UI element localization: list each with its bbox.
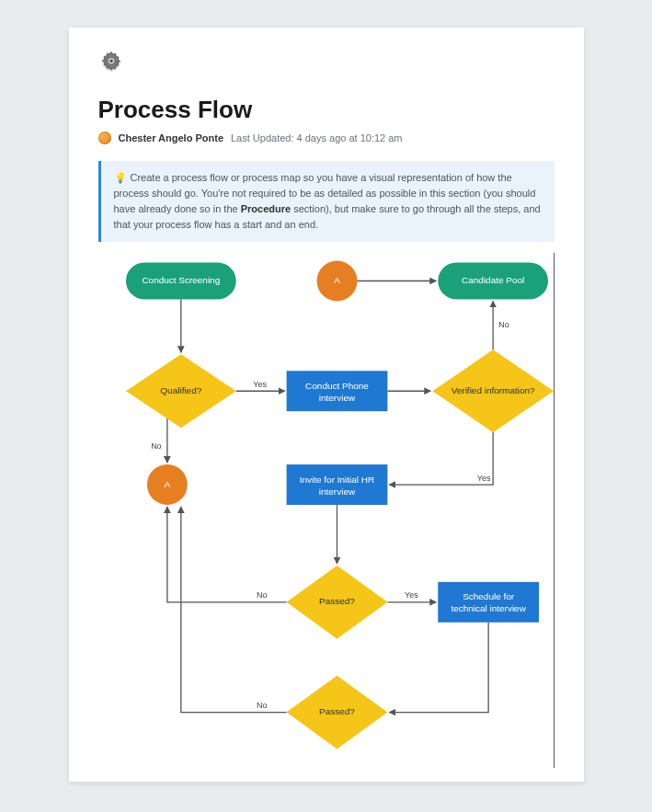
node-schedule-tech-label2: technical interview [451, 604, 526, 614]
node-passed2-label: Passed? [319, 706, 355, 716]
edge-passed2-no [180, 507, 286, 713]
node-invite-hr [286, 464, 387, 505]
callout-box: 💡Create a process flow or process map so… [98, 161, 555, 242]
node-connector-a-top-label: A [334, 275, 340, 285]
page-title: Process Flow [98, 96, 555, 124]
svg-point-1 [109, 60, 112, 63]
page-canvas: Process Flow Chester Angelo Ponte Last U… [0, 0, 652, 812]
edge-qualified-yes-label: Yes [253, 380, 267, 389]
node-conduct-screening-label: Conduct Screening [142, 275, 220, 285]
edge-passed1-no [166, 507, 286, 602]
node-passed1-label: Passed? [319, 597, 355, 607]
node-invite-hr-label2: interview [318, 486, 355, 497]
edge-schedule-to-passed2 [389, 623, 488, 713]
node-conduct-phone-label2: interview [318, 393, 355, 403]
node-qualified-label: Qualified? [160, 385, 201, 395]
node-conduct-phone-interview [286, 371, 387, 411]
edge-passed2-no-label: No [256, 701, 266, 710]
node-candidate-pool-label: Candidate Pool [462, 275, 524, 285]
edge-passed1-no-label: No [256, 590, 266, 600]
document-card: Process Flow Chester Angelo Ponte Last U… [69, 28, 584, 782]
edge-verified-no-label: No [498, 320, 509, 329]
gear-icon [98, 50, 124, 75]
node-connector-a-left-label: A [164, 479, 170, 489]
last-updated-value: 4 days ago at 10:12 am [297, 132, 403, 143]
flowchart-container: Conduct Screening A Candidate Pool Quali… [98, 253, 555, 768]
last-updated-prefix: Last Updated: [231, 132, 297, 143]
meta-row: Chester Angelo Ponte Last Updated: 4 day… [98, 132, 555, 144]
callout-bold: Procedure [241, 203, 291, 214]
edge-passed1-yes-label: Yes [404, 590, 418, 600]
node-schedule-tech-label1: Schedule for [463, 592, 515, 602]
bulb-icon: 💡 [114, 172, 127, 183]
node-conduct-phone-label1: Conduct Phone [305, 381, 369, 391]
flowchart-svg: Conduct Screening A Candidate Pool Quali… [98, 253, 554, 768]
edge-verified-yes-label: Yes [476, 475, 490, 484]
node-schedule-tech [438, 582, 539, 623]
avatar [98, 132, 111, 144]
last-updated: Last Updated: 4 days ago at 10:12 am [231, 132, 403, 143]
edge-qualified-no-label: No [151, 441, 161, 451]
node-verified-info-label: Verified information? [451, 385, 534, 395]
node-invite-hr-label1: Invite for Initial HR [299, 475, 373, 485]
author-name: Chester Angelo Ponte [119, 132, 224, 143]
